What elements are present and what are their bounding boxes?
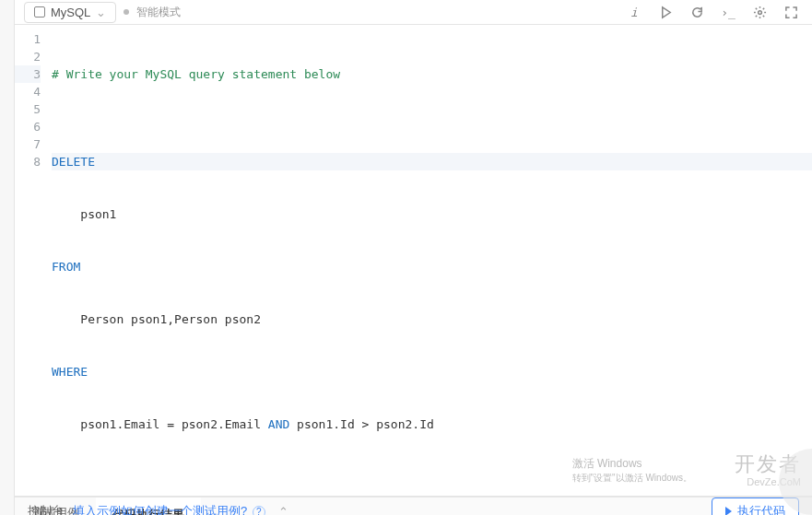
chevron-down-icon: ⌄ [96,6,106,19]
terminal-icon[interactable]: ›_ [716,0,740,24]
code-editor[interactable]: 1 2 3 4 5 6 7 8 # Write your MySQL query… [15,25,812,496]
svg-point-0 [758,10,761,14]
editor-toolbar: MySQL ⌄ 智能模式 i ›_ [15,0,812,25]
settings-icon[interactable] [747,0,771,24]
mode-status-dot [124,9,129,15]
play-icon[interactable] [653,0,677,24]
testcase-hint[interactable]: 填入示例如何创建一个测试用例? ? [73,503,265,515]
info-icon[interactable]: i [622,0,646,24]
database-icon [34,6,45,18]
language-select[interactable]: MySQL ⌄ [24,2,116,23]
code-content[interactable]: # Write your MySQL query statement below… [52,30,812,468]
chevron-up-icon[interactable]: ⌃ [278,505,288,516]
windows-activate-watermark: 激活 Windows 转到"设置"以激活 Windows。 [572,457,692,484]
fullscreen-icon[interactable] [779,0,803,24]
help-icon[interactable]: ? [253,506,265,516]
line-numbers: 1 2 3 4 5 6 7 8 [15,30,52,468]
footer-bar: 控制台 填入示例如何创建一个测试用例? ? ⌃ 执行代码 [15,497,812,515]
play-icon [725,507,732,515]
console-label[interactable]: 控制台 [28,503,64,515]
mode-label: 智能模式 [136,5,181,20]
window-left-gutter [0,0,15,515]
refresh-icon[interactable] [685,0,709,24]
language-label: MySQL [51,6,90,19]
